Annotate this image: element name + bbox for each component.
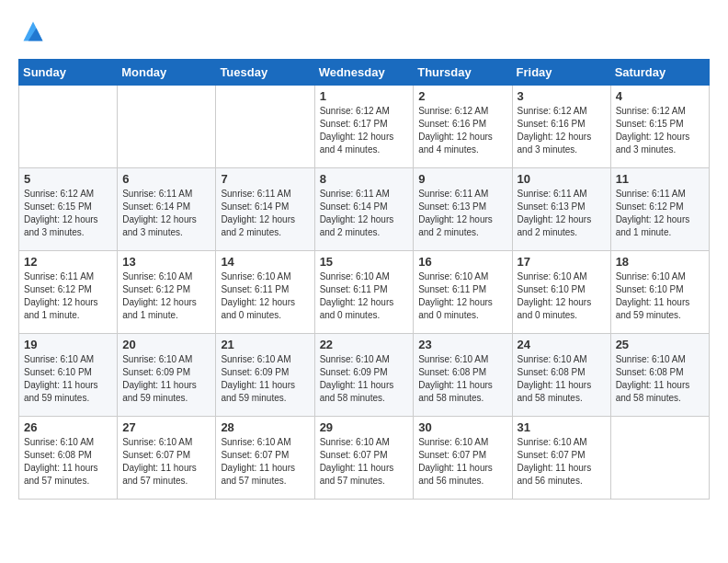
calendar-cell: 27Sunrise: 6:10 AM Sunset: 6:07 PM Dayli…: [118, 417, 216, 500]
weekday-header-cell: Tuesday: [216, 60, 314, 86]
day-number: 23: [418, 338, 506, 351]
weekday-header-cell: Friday: [512, 60, 610, 86]
day-info: Sunrise: 6:10 AM Sunset: 6:07 PM Dayligh…: [320, 436, 409, 488]
day-number: 6: [122, 172, 210, 186]
day-info: Sunrise: 6:10 AM Sunset: 6:07 PM Dayligh…: [221, 436, 309, 488]
calendar-week-row: 26Sunrise: 6:10 AM Sunset: 6:08 PM Dayli…: [19, 417, 710, 500]
day-info: Sunrise: 6:11 AM Sunset: 6:13 PM Dayligh…: [418, 188, 506, 239]
day-info: Sunrise: 6:12 AM Sunset: 6:16 PM Dayligh…: [418, 105, 506, 156]
day-number: 7: [221, 172, 309, 186]
day-info: Sunrise: 6:10 AM Sunset: 6:09 PM Dayligh…: [320, 353, 409, 405]
day-number: 5: [24, 172, 112, 186]
calendar-cell: 29Sunrise: 6:10 AM Sunset: 6:07 PM Dayli…: [314, 417, 414, 500]
day-info: Sunrise: 6:11 AM Sunset: 6:12 PM Dayligh…: [24, 270, 112, 322]
day-number: 30: [418, 420, 506, 434]
calendar-cell: 24Sunrise: 6:10 AM Sunset: 6:08 PM Dayli…: [512, 334, 610, 417]
calendar-cell: 2Sunrise: 6:12 AM Sunset: 6:16 PM Daylig…: [414, 86, 512, 168]
day-info: Sunrise: 6:10 AM Sunset: 6:07 PM Dayligh…: [418, 436, 506, 488]
calendar-table: SundayMondayTuesdayWednesdayThursdayFrid…: [18, 59, 710, 500]
day-number: 17: [518, 255, 606, 269]
calendar-cell: 25Sunrise: 6:10 AM Sunset: 6:08 PM Dayli…: [610, 334, 709, 417]
day-info: Sunrise: 6:11 AM Sunset: 6:13 PM Dayligh…: [518, 188, 606, 239]
calendar-cell: 9Sunrise: 6:11 AM Sunset: 6:13 PM Daylig…: [414, 168, 512, 251]
logo-icon: [20, 18, 46, 44]
day-info: Sunrise: 6:10 AM Sunset: 6:10 PM Dayligh…: [24, 353, 112, 405]
calendar-cell: 16Sunrise: 6:10 AM Sunset: 6:11 PM Dayli…: [414, 251, 512, 334]
calendar-week-row: 5Sunrise: 6:12 AM Sunset: 6:15 PM Daylig…: [19, 168, 710, 251]
day-info: Sunrise: 6:12 AM Sunset: 6:15 PM Dayligh…: [616, 105, 704, 156]
calendar-cell: 1Sunrise: 6:12 AM Sunset: 6:17 PM Daylig…: [314, 86, 414, 168]
day-number: 22: [320, 338, 409, 351]
day-info: Sunrise: 6:10 AM Sunset: 6:07 PM Dayligh…: [518, 436, 606, 488]
weekday-header-cell: Thursday: [414, 60, 512, 86]
day-info: Sunrise: 6:10 AM Sunset: 6:08 PM Dayligh…: [418, 353, 506, 405]
day-info: Sunrise: 6:10 AM Sunset: 6:10 PM Dayligh…: [616, 270, 704, 322]
day-info: Sunrise: 6:11 AM Sunset: 6:14 PM Dayligh…: [320, 188, 409, 239]
calendar-cell: 30Sunrise: 6:10 AM Sunset: 6:07 PM Dayli…: [414, 417, 512, 500]
day-info: Sunrise: 6:10 AM Sunset: 6:11 PM Dayligh…: [418, 270, 506, 322]
calendar-cell: [19, 86, 118, 168]
day-info: Sunrise: 6:11 AM Sunset: 6:14 PM Dayligh…: [221, 188, 309, 239]
calendar-cell: 18Sunrise: 6:10 AM Sunset: 6:10 PM Dayli…: [610, 251, 709, 334]
calendar-cell: [216, 86, 314, 168]
day-number: 27: [122, 420, 210, 434]
day-number: 24: [518, 338, 606, 351]
day-number: 2: [418, 89, 506, 103]
day-info: Sunrise: 6:10 AM Sunset: 6:09 PM Dayligh…: [221, 353, 309, 405]
calendar-cell: 11Sunrise: 6:11 AM Sunset: 6:12 PM Dayli…: [610, 168, 709, 251]
day-number: 11: [616, 172, 704, 186]
calendar-cell: [610, 417, 709, 500]
day-number: 29: [320, 420, 409, 434]
calendar-cell: 5Sunrise: 6:12 AM Sunset: 6:15 PM Daylig…: [19, 168, 118, 251]
calendar-cell: 4Sunrise: 6:12 AM Sunset: 6:15 PM Daylig…: [610, 86, 709, 168]
calendar-cell: 23Sunrise: 6:10 AM Sunset: 6:08 PM Dayli…: [414, 334, 512, 417]
day-info: Sunrise: 6:10 AM Sunset: 6:11 PM Dayligh…: [320, 270, 409, 322]
day-info: Sunrise: 6:10 AM Sunset: 6:09 PM Dayligh…: [122, 353, 210, 405]
day-info: Sunrise: 6:12 AM Sunset: 6:17 PM Dayligh…: [320, 105, 409, 156]
calendar-cell: 7Sunrise: 6:11 AM Sunset: 6:14 PM Daylig…: [216, 168, 314, 251]
day-info: Sunrise: 6:10 AM Sunset: 6:07 PM Dayligh…: [122, 436, 210, 488]
calendar-cell: 15Sunrise: 6:10 AM Sunset: 6:11 PM Dayli…: [314, 251, 414, 334]
day-number: 13: [122, 255, 210, 269]
day-info: Sunrise: 6:11 AM Sunset: 6:12 PM Dayligh…: [616, 188, 704, 239]
day-info: Sunrise: 6:12 AM Sunset: 6:16 PM Dayligh…: [518, 105, 606, 156]
calendar-cell: 17Sunrise: 6:10 AM Sunset: 6:10 PM Dayli…: [512, 251, 610, 334]
day-number: 10: [518, 172, 606, 186]
day-info: Sunrise: 6:12 AM Sunset: 6:15 PM Dayligh…: [24, 188, 112, 239]
weekday-header-cell: Saturday: [610, 60, 709, 86]
day-number: 21: [221, 338, 309, 351]
day-info: Sunrise: 6:10 AM Sunset: 6:11 PM Dayligh…: [221, 270, 309, 322]
calendar-cell: 20Sunrise: 6:10 AM Sunset: 6:09 PM Dayli…: [118, 334, 216, 417]
calendar-cell: 8Sunrise: 6:11 AM Sunset: 6:14 PM Daylig…: [314, 168, 414, 251]
day-number: 19: [24, 338, 112, 351]
day-number: 26: [24, 420, 112, 434]
day-info: Sunrise: 6:10 AM Sunset: 6:12 PM Dayligh…: [122, 270, 210, 322]
day-number: 1: [320, 89, 409, 103]
day-number: 8: [320, 172, 409, 186]
day-number: 4: [616, 89, 704, 103]
day-info: Sunrise: 6:10 AM Sunset: 6:10 PM Dayligh…: [518, 270, 606, 322]
calendar-cell: 21Sunrise: 6:10 AM Sunset: 6:09 PM Dayli…: [216, 334, 314, 417]
calendar-cell: [118, 86, 216, 168]
calendar-cell: 6Sunrise: 6:11 AM Sunset: 6:14 PM Daylig…: [118, 168, 216, 251]
day-number: 9: [418, 172, 506, 186]
calendar-cell: 26Sunrise: 6:10 AM Sunset: 6:08 PM Dayli…: [19, 417, 118, 500]
calendar-cell: 19Sunrise: 6:10 AM Sunset: 6:10 PM Dayli…: [19, 334, 118, 417]
day-number: 31: [518, 420, 606, 434]
calendar-cell: 13Sunrise: 6:10 AM Sunset: 6:12 PM Dayli…: [118, 251, 216, 334]
day-number: 12: [24, 255, 112, 269]
calendar-cell: 22Sunrise: 6:10 AM Sunset: 6:09 PM Dayli…: [314, 334, 414, 417]
calendar-body: 1Sunrise: 6:12 AM Sunset: 6:17 PM Daylig…: [19, 86, 710, 500]
calendar-cell: 10Sunrise: 6:11 AM Sunset: 6:13 PM Dayli…: [512, 168, 610, 251]
calendar-cell: 12Sunrise: 6:11 AM Sunset: 6:12 PM Dayli…: [19, 251, 118, 334]
calendar-cell: 28Sunrise: 6:10 AM Sunset: 6:07 PM Dayli…: [216, 417, 314, 500]
day-info: Sunrise: 6:10 AM Sunset: 6:08 PM Dayligh…: [616, 353, 704, 405]
day-info: Sunrise: 6:10 AM Sunset: 6:08 PM Dayligh…: [518, 353, 606, 405]
calendar-week-row: 12Sunrise: 6:11 AM Sunset: 6:12 PM Dayli…: [19, 251, 710, 334]
weekday-header-cell: Wednesday: [314, 60, 414, 86]
day-number: 15: [320, 255, 409, 269]
logo: [18, 18, 46, 44]
calendar-week-row: 1Sunrise: 6:12 AM Sunset: 6:17 PM Daylig…: [19, 86, 710, 168]
weekday-header-row: SundayMondayTuesdayWednesdayThursdayFrid…: [19, 60, 710, 86]
day-info: Sunrise: 6:10 AM Sunset: 6:08 PM Dayligh…: [24, 436, 112, 488]
